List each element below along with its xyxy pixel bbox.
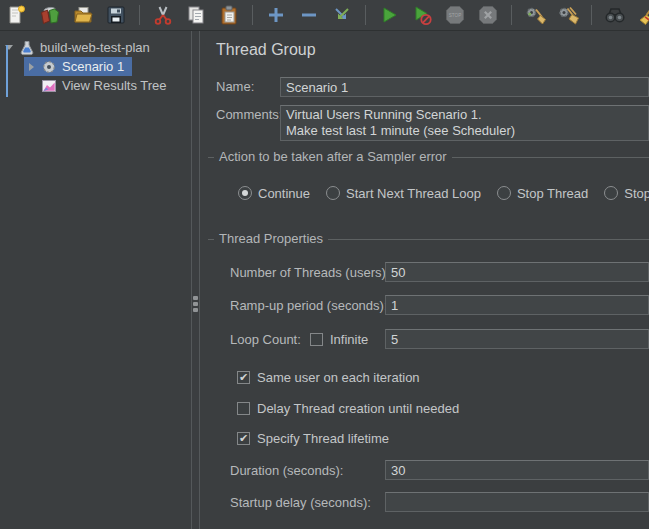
start-no-timers-icon — [411, 4, 433, 26]
thread-properties-groupbox: Thread Properties — [208, 239, 649, 240]
start-button[interactable] — [378, 4, 400, 26]
stop-test-radio[interactable]: Stop Test — [604, 186, 649, 201]
startup-delay-input[interactable] — [385, 492, 649, 512]
splitter-grip-icon[interactable] — [193, 294, 198, 314]
open-button[interactable] — [72, 4, 94, 26]
copy-button[interactable] — [185, 4, 207, 26]
cut-scissors-icon — [152, 4, 174, 26]
specify-lifetime-checkbox[interactable] — [237, 432, 250, 445]
toolbar-separator — [511, 5, 512, 25]
infinite-checkbox[interactable] — [310, 333, 323, 346]
radio-icon[interactable] — [238, 186, 252, 200]
page-title: Thread Group — [216, 41, 316, 59]
toolbar: STOP ? 00:00:00 — [0, 0, 649, 31]
radio-icon[interactable] — [497, 186, 511, 200]
delay-thread-creation-row[interactable]: Delay Thread creation until needed — [237, 398, 459, 418]
cut-button[interactable] — [152, 4, 174, 26]
comments-input[interactable]: Virtual Users Running Scenario 1. Make t… — [280, 105, 649, 141]
tree-guide-line — [6, 45, 8, 97]
new-file-button[interactable] — [6, 4, 28, 26]
plus-icon — [265, 4, 287, 26]
toolbar-separator — [252, 5, 253, 25]
clear-all-button[interactable] — [557, 4, 579, 26]
name-input[interactable] — [280, 77, 649, 97]
start-next-thread-loop-radio[interactable]: Start Next Thread Loop — [326, 186, 481, 201]
shutdown-button — [477, 4, 499, 26]
reset-search-button[interactable] — [637, 4, 649, 26]
toggle-button[interactable] — [331, 4, 353, 26]
paste-button[interactable] — [218, 4, 240, 26]
expand-all-button[interactable] — [265, 4, 287, 26]
minus-icon — [298, 4, 320, 26]
tree-spacer — [26, 81, 36, 91]
expand-collapse-arrow-icon[interactable] — [26, 62, 36, 72]
duration-label: Duration (seconds): — [230, 461, 343, 481]
thread-group-gear-icon — [41, 59, 57, 75]
delay-thread-creation-checkbox[interactable] — [237, 402, 250, 415]
stop-button: STOP — [444, 4, 466, 26]
radio-icon[interactable] — [326, 186, 340, 200]
start-no-timers-button[interactable] — [411, 4, 433, 26]
name-label: Name: — [216, 77, 254, 97]
num-threads-input[interactable] — [385, 262, 649, 282]
tree-item-scenario-1[interactable]: Scenario 1 — [24, 57, 191, 76]
toolbar-separator — [139, 5, 140, 25]
clear-broom-icon — [524, 4, 546, 26]
stop-thread-radio[interactable]: Stop Thread — [497, 186, 588, 201]
loop-count-label: Loop Count: — [230, 330, 301, 350]
radio-icon[interactable] — [604, 186, 618, 200]
save-icon — [105, 4, 127, 26]
toolbar-separator — [365, 5, 366, 25]
duration-input[interactable] — [385, 460, 649, 480]
tree-item-label: Scenario 1 — [62, 59, 124, 74]
thread-group-panel: Thread Group Name: Comments: Virtual Use… — [200, 31, 649, 529]
copy-icon — [185, 4, 207, 26]
comments-label: Comments: — [216, 105, 282, 125]
infinite-label: Infinite — [330, 330, 368, 350]
results-tree-chart-icon — [41, 78, 57, 94]
paste-clipboard-icon — [218, 4, 240, 26]
startup-delay-label: Startup delay (seconds): — [230, 493, 371, 513]
tree-item-label: View Results Tree — [62, 78, 167, 93]
shutdown-x-icon — [477, 4, 499, 26]
clear-button[interactable] — [524, 4, 546, 26]
search-binoculars-icon — [604, 4, 626, 26]
sampler-error-options: Continue Start Next Thread Loop Stop Thr… — [238, 183, 649, 203]
stop-octagon-icon: STOP — [444, 4, 466, 26]
svg-text:STOP: STOP — [449, 13, 461, 18]
specify-lifetime-row[interactable]: Specify Thread lifetime — [237, 428, 389, 448]
clear-all-broom-icon — [557, 4, 579, 26]
sampler-error-group-title: Action to be taken after a Sampler error — [214, 149, 452, 164]
num-threads-label: Number of Threads (users): — [230, 263, 389, 283]
continue-radio[interactable]: Continue — [238, 186, 310, 201]
collapse-all-button[interactable] — [298, 4, 320, 26]
new-file-icon — [6, 4, 28, 26]
templates-button[interactable] — [39, 4, 61, 26]
reset-search-broom-icon — [637, 4, 649, 26]
panel-splitter[interactable] — [191, 31, 200, 529]
sampler-error-groupbox: Action to be taken after a Sampler error — [208, 157, 649, 158]
toggle-arrows-icon — [331, 4, 353, 26]
tree-item-test-plan[interactable]: build-web-test-plan — [2, 38, 191, 57]
save-button[interactable] — [105, 4, 127, 26]
toolbar-separator — [591, 5, 592, 25]
tree-item-label: build-web-test-plan — [40, 40, 150, 55]
ramp-up-input[interactable] — [385, 295, 649, 315]
thread-properties-group-title: Thread Properties — [214, 231, 328, 246]
open-icon — [72, 4, 94, 26]
start-play-icon — [378, 4, 400, 26]
same-user-checkbox[interactable] — [237, 371, 250, 384]
test-plan-tree: build-web-test-plan Scenario 1 View Resu… — [0, 31, 191, 529]
jmeter-window: STOP ? 00:00:00 build-web-test-plan Scen… — [0, 0, 649, 529]
same-user-row[interactable]: Same user on each iteration — [237, 367, 420, 387]
ramp-up-label: Ramp-up period (seconds): — [230, 296, 388, 316]
search-button[interactable] — [604, 4, 626, 26]
loop-count-input[interactable] — [385, 329, 649, 349]
test-plan-flask-icon — [19, 40, 35, 56]
tree-item-view-results-tree[interactable]: View Results Tree — [24, 76, 191, 95]
templates-icon — [39, 4, 61, 26]
